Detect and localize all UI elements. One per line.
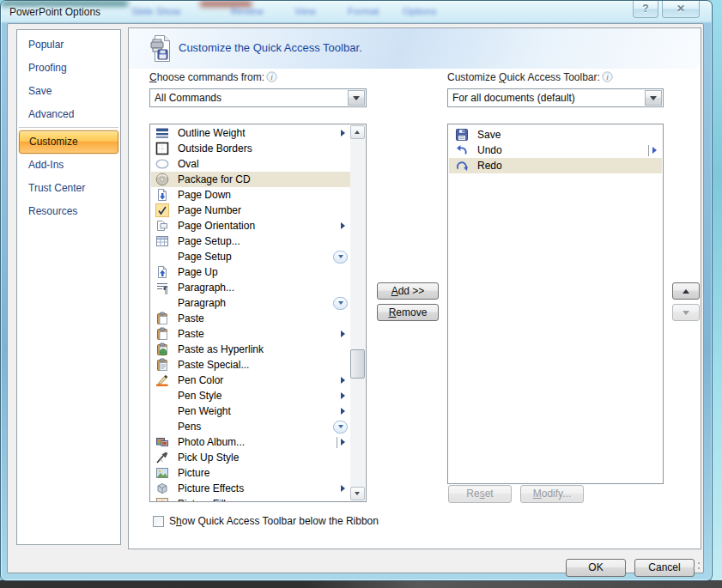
resize-grip[interactable] (691, 561, 701, 571)
blank-icon (155, 404, 169, 418)
list-item[interactable]: Pen Color (151, 373, 350, 388)
list-item-label: Paste Special... (178, 359, 249, 371)
list-item[interactable]: Outline Weight (151, 125, 350, 141)
panel-header: Customize the Quick Access Toolbar. (129, 28, 701, 69)
sidebar-item-resources[interactable]: Resources (17, 200, 120, 223)
list-item[interactable]: Photo Album... (151, 434, 350, 450)
list-item-label: Page Down (178, 189, 231, 201)
list-item[interactable]: Pen Weight (151, 403, 350, 419)
list-item[interactable]: Page Down (151, 187, 350, 203)
list-item[interactable]: Outside Borders (151, 141, 350, 156)
sidebar-item-popular[interactable]: Popular (17, 33, 120, 57)
qat-scope-combobox[interactable]: For all documents (default) (447, 88, 664, 107)
combobox-dropdown-button[interactable] (348, 90, 365, 106)
list-item[interactable]: Picture Effects (151, 481, 350, 496)
paste-icon (155, 312, 169, 325)
list-item[interactable]: ¶Paragraph... (151, 280, 350, 295)
list-item-label: Page Up (178, 266, 218, 278)
list-item[interactable]: Picture (151, 465, 350, 481)
sidebar-item-proofing[interactable]: Proofing (17, 57, 120, 80)
scroll-down-icon (355, 492, 360, 495)
remove-button[interactable]: Remove (377, 304, 439, 321)
blank-icon (155, 389, 169, 403)
background-ribbon-tab: Slide Show (131, 6, 181, 16)
photo-album-icon (155, 435, 169, 449)
ok-button[interactable]: OK (566, 559, 626, 577)
list-item-label: Picture (178, 467, 209, 479)
row-dropdown-button[interactable] (333, 251, 348, 264)
close-button[interactable]: ✕ (662, 1, 700, 18)
list-item[interactable]: Page Number (151, 203, 350, 218)
submenu-arrow-icon (341, 130, 345, 136)
picture-effects-icon (155, 482, 169, 495)
list-item-label: Paste as Hyperlink (178, 343, 264, 355)
list-item-label: Picture Fill (178, 498, 226, 502)
list-item[interactable]: Paragraph (151, 295, 350, 311)
customize-qat-icon (149, 34, 172, 63)
choose-commands-label: Choose commands from:i (149, 71, 277, 85)
move-down-button[interactable] (672, 304, 700, 321)
sidebar-item-advanced[interactable]: Advanced (17, 103, 120, 126)
list-item-label: Paragraph... (178, 282, 234, 294)
list-item[interactable]: Redo (449, 158, 662, 173)
list-item[interactable]: Pick Up Style (151, 450, 350, 465)
list-item-label: Page Orientation (178, 220, 255, 232)
dialog-titlebar[interactable]: Slide ShowReviewViewFormatOptions PowerP… (1, 1, 712, 23)
list-item[interactable]: Paste as Hyperlink (151, 342, 350, 357)
show-qat-below-ribbon-checkbox[interactable] (153, 516, 164, 527)
scroll-up-button[interactable] (350, 125, 365, 139)
reset-button[interactable]: Reset (448, 485, 512, 503)
list-item[interactable]: Page Setup... (151, 233, 350, 249)
list-item[interactable]: Paste Special... (151, 357, 350, 373)
scrollbar-thumb[interactable] (350, 349, 365, 379)
customize-panel: Customize the Quick Access Toolbar. Choo… (128, 27, 701, 549)
list-item[interactable]: Page Setup (151, 249, 350, 264)
sidebar-item-save[interactable]: Save (17, 80, 120, 103)
qat-current-listbox: SaveUndoRedo (447, 124, 664, 484)
oval-icon (155, 157, 169, 171)
paste-icon (155, 327, 169, 341)
scroll-down-button[interactable] (350, 487, 365, 500)
help-button[interactable]: ? (633, 1, 658, 18)
row-dropdown-button[interactable] (333, 421, 348, 433)
list-item[interactable]: Paste (151, 326, 350, 342)
sidebar-item-add-ins[interactable]: Add-Ins (17, 154, 120, 177)
blank-icon (155, 420, 169, 433)
move-up-button[interactable] (672, 282, 700, 300)
add-button[interactable]: Add >> (377, 282, 439, 300)
choose-commands-combobox[interactable]: All Commands (149, 88, 367, 107)
panel-header-title: Customize the Quick Access Toolbar. (179, 41, 362, 54)
cancel-button[interactable]: Cancel (634, 559, 695, 577)
scrollbar[interactable] (350, 125, 365, 500)
sidebar-item-trust-center[interactable]: Trust Center (17, 177, 120, 200)
outline-weight-icon (155, 126, 169, 140)
list-item[interactable]: Paste (151, 311, 350, 326)
combobox-value: For all documents (default) (452, 89, 575, 106)
redo-icon (455, 159, 469, 173)
info-icon[interactable]: i (602, 71, 613, 85)
list-item[interactable]: Undo (449, 142, 662, 158)
list-item[interactable]: Pen Style (151, 388, 350, 403)
pickup-style-icon (155, 451, 169, 464)
modify-button[interactable]: Modify... (520, 485, 584, 503)
save-icon (455, 128, 469, 142)
arrow-down-icon (683, 311, 689, 315)
sidebar-item-customize[interactable]: Customize (19, 130, 118, 154)
list-item[interactable]: Package for CD (151, 172, 350, 187)
page-setup-icon (155, 234, 169, 248)
list-item[interactable]: Picture Fill (151, 496, 350, 502)
combobox-value: All Commands (155, 89, 221, 106)
combobox-dropdown-button[interactable] (645, 90, 662, 106)
list-item[interactable]: Page Orientation (151, 218, 350, 233)
list-item-label: Pens (178, 421, 201, 433)
list-item[interactable]: Oval (151, 156, 350, 172)
info-icon[interactable]: i (266, 71, 277, 85)
list-item[interactable]: Page Up (151, 264, 350, 280)
row-dropdown-button[interactable] (333, 297, 348, 310)
list-item[interactable]: Pens (151, 419, 350, 434)
paragraph-icon: ¶ (155, 281, 169, 294)
powerpoint-options-dialog: Slide ShowReviewViewFormatOptions PowerP… (0, 0, 713, 581)
picture-fill-icon (155, 497, 169, 502)
list-item[interactable]: Save (449, 127, 662, 142)
picture-icon (155, 466, 169, 480)
